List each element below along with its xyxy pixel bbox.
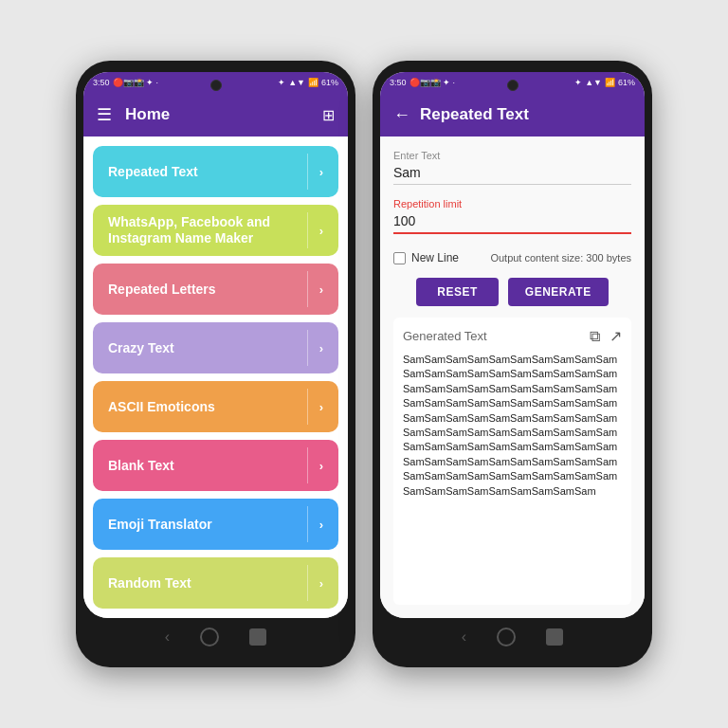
bottom-bar-right: ‹ bbox=[380, 618, 645, 656]
output-size-label: Output content size: 300 bytes bbox=[490, 252, 631, 264]
detail-app-bar: ← Repeated Text bbox=[380, 93, 645, 136]
buttons-row: RESET GENERATE bbox=[393, 278, 631, 306]
menu-item-random-text[interactable]: Random Text › bbox=[93, 557, 338, 609]
menu-item-emoji-translator[interactable]: Emoji Translator › bbox=[93, 499, 338, 550]
menu-item-label-crazy-text: Crazy Text bbox=[108, 340, 307, 356]
signal-icon-r: ▲▼ bbox=[585, 78, 602, 87]
generate-button[interactable]: GENERATE bbox=[508, 278, 609, 306]
status-left: 3:50 🔴📷📸 ✦ · bbox=[93, 78, 158, 87]
app-bar-left: ☰ Home ⊞ bbox=[83, 93, 348, 136]
menu-item-whatsapp[interactable]: WhatsApp, Facebook and Instagram Name Ma… bbox=[93, 205, 338, 256]
camera-dot-right bbox=[507, 80, 519, 91]
recents-nav-icon[interactable] bbox=[249, 628, 266, 646]
menu-item-repeated-text[interactable]: Repeated Text › bbox=[93, 146, 338, 197]
detail-title: Repeated Text bbox=[420, 105, 529, 124]
menu-divider-random-text bbox=[307, 565, 308, 601]
menu-item-ascii-emoticons[interactable]: ASCII Emoticons › bbox=[93, 381, 338, 432]
wifi-icon-r: 📶 bbox=[605, 78, 615, 87]
right-screen: 3:50 🔴📷📸 ✦ · ✦ ▲▼ 📶 61% ← Repeated Text … bbox=[380, 72, 645, 618]
menu-item-label-emoji-translator: Emoji Translator bbox=[108, 517, 307, 533]
new-line-checkbox[interactable] bbox=[393, 252, 406, 264]
home-nav-icon[interactable] bbox=[200, 628, 219, 646]
left-phone: 3:50 🔴📷📸 ✦ · ✦ ▲▼ 📶 61% ☰ Home ⊞ Repeate… bbox=[76, 61, 355, 667]
back-icon[interactable]: ← bbox=[393, 105, 410, 125]
new-line-checkbox-row[interactable]: New Line bbox=[393, 251, 459, 264]
menu-item-label-ascii-emoticons: ASCII Emoticons bbox=[108, 399, 307, 415]
menu-chevron-crazy-text: › bbox=[319, 341, 323, 355]
menu-divider-whatsapp bbox=[307, 212, 308, 248]
menu-item-label-repeated-text: Repeated Text bbox=[108, 164, 307, 180]
enter-text-label: Enter Text bbox=[393, 150, 631, 161]
reset-button[interactable]: RESET bbox=[416, 278, 499, 306]
home-nav-icon-r[interactable] bbox=[497, 628, 516, 646]
generated-section: Generated Text ⧉ ↗ SamSamSamSamSamSamSam… bbox=[393, 318, 631, 605]
menu-item-crazy-text[interactable]: Crazy Text › bbox=[93, 322, 338, 373]
home-title: Home bbox=[125, 105, 309, 124]
camera-dot bbox=[210, 80, 222, 91]
grid-icon[interactable]: ⊞ bbox=[322, 106, 335, 124]
battery-right: 61% bbox=[618, 78, 635, 87]
signal-icon: ▲▼ bbox=[288, 78, 305, 87]
menu-item-blank-text[interactable]: Blank Text › bbox=[93, 440, 338, 491]
status-right: ✦ ▲▼ 📶 61% bbox=[278, 78, 338, 87]
left-screen: 3:50 🔴📷📸 ✦ · ✦ ▲▼ 📶 61% ☰ Home ⊞ Repeate… bbox=[83, 72, 348, 618]
menu-list: Repeated Text › WhatsApp, Facebook and I… bbox=[83, 136, 348, 618]
status-right-right: ✦ ▲▼ 📶 61% bbox=[574, 78, 635, 87]
menu-divider-ascii-emoticons bbox=[307, 389, 308, 425]
menu-divider-emoji-translator bbox=[307, 506, 308, 542]
menu-item-repeated-letters[interactable]: Repeated Letters › bbox=[93, 264, 338, 315]
menu-chevron-random-text: › bbox=[319, 576, 323, 591]
generated-actions: ⧉ ↗ bbox=[590, 327, 622, 345]
generated-label: Generated Text bbox=[403, 329, 487, 343]
bluetooth-icon: ✦ bbox=[278, 78, 285, 87]
repetition-label: Repetition limit bbox=[393, 198, 631, 209]
menu-chevron-emoji-translator: › bbox=[319, 518, 323, 532]
time-right: 3:50 bbox=[390, 78, 407, 87]
wifi-icon: 📶 bbox=[308, 78, 318, 87]
notif-icons: 🔴📷📸 ✦ · bbox=[113, 78, 159, 87]
menu-item-label-blank-text: Blank Text bbox=[108, 458, 307, 474]
status-right-left: 3:50 🔴📷📸 ✦ · bbox=[390, 78, 455, 87]
bottom-bar-left: ‹ bbox=[83, 618, 348, 656]
menu-item-label-random-text: Random Text bbox=[108, 575, 307, 592]
battery-left: 61% bbox=[321, 78, 338, 87]
menu-chevron-ascii-emoticons: › bbox=[319, 400, 323, 414]
time-left: 3:50 bbox=[93, 78, 110, 87]
recents-nav-icon-r[interactable] bbox=[546, 628, 563, 646]
menu-divider-blank-text bbox=[307, 447, 308, 483]
repetition-input[interactable] bbox=[393, 211, 631, 234]
detail-content: Enter Text Repetition limit New Line Out… bbox=[380, 136, 645, 618]
menu-chevron-whatsapp: › bbox=[319, 224, 323, 238]
copy-icon[interactable]: ⧉ bbox=[590, 328, 600, 345]
bluetooth-icon-r: ✦ bbox=[574, 78, 582, 87]
repetition-group: Repetition limit bbox=[393, 198, 631, 234]
menu-divider-repeated-letters bbox=[307, 271, 308, 307]
notif-icons-right: 🔴📷📸 ✦ · bbox=[410, 78, 456, 87]
menu-item-label-repeated-letters: Repeated Letters bbox=[108, 282, 307, 298]
menu-chevron-repeated-text: › bbox=[319, 165, 323, 179]
generated-header: Generated Text ⧉ ↗ bbox=[403, 327, 622, 345]
menu-chevron-blank-text: › bbox=[319, 459, 323, 473]
share-icon[interactable]: ↗ bbox=[610, 327, 622, 345]
menu-chevron-repeated-letters: › bbox=[319, 282, 323, 297]
enter-text-group: Enter Text bbox=[393, 150, 631, 185]
new-line-label: New Line bbox=[411, 251, 459, 264]
right-phone: 3:50 🔴📷📸 ✦ · ✦ ▲▼ 📶 61% ← Repeated Text … bbox=[373, 61, 652, 667]
enter-text-input[interactable] bbox=[393, 163, 631, 185]
hamburger-icon[interactable]: ☰ bbox=[97, 104, 112, 125]
options-row: New Line Output content size: 300 bytes bbox=[393, 251, 631, 264]
menu-divider-crazy-text bbox=[307, 330, 308, 366]
back-nav-icon-r[interactable]: ‹ bbox=[462, 628, 466, 646]
menu-item-label-whatsapp: WhatsApp, Facebook and Instagram Name Ma… bbox=[108, 214, 307, 246]
menu-divider-repeated-text bbox=[307, 154, 308, 190]
generated-text: SamSamSamSamSamSamSamSamSamSamSamSamSamS… bbox=[403, 353, 622, 499]
back-nav-icon[interactable]: ‹ bbox=[165, 628, 170, 646]
